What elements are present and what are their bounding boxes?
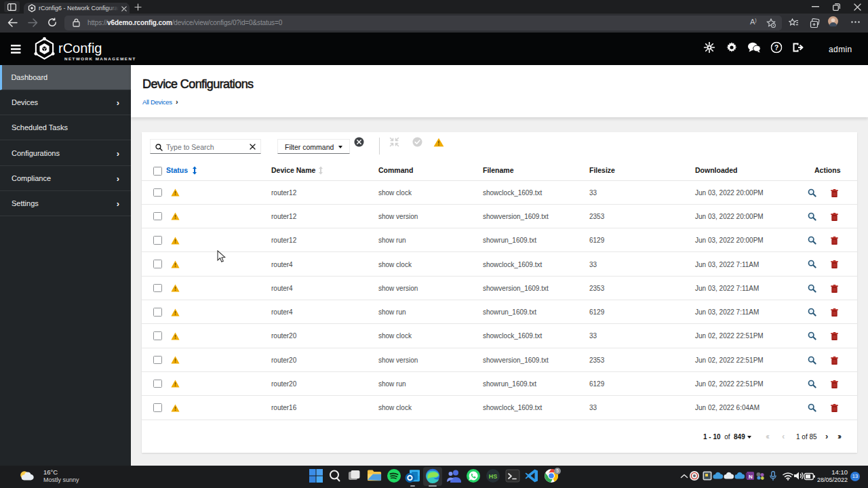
svg-text:N: N: [749, 473, 753, 479]
svg-text:?: ?: [774, 44, 778, 52]
svg-text:HS: HS: [489, 472, 498, 479]
svg-text:5: 5: [556, 468, 559, 473]
